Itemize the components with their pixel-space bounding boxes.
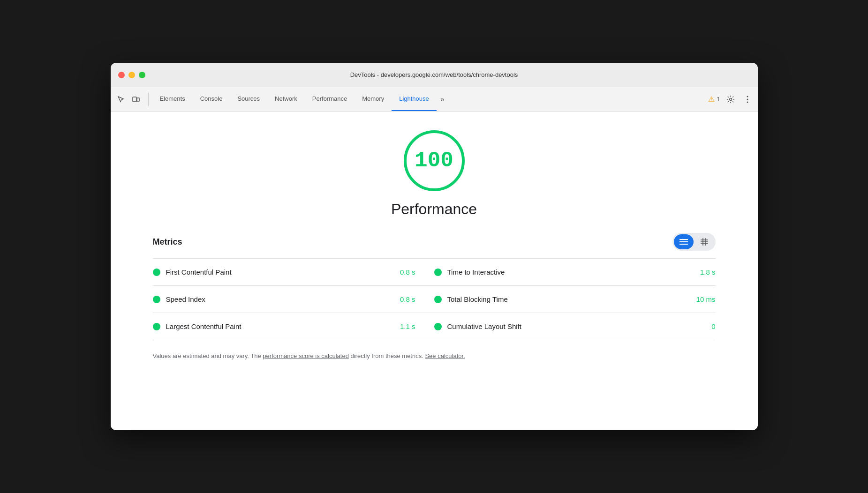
metrics-header: Metrics: [153, 233, 716, 251]
metric-tti-name: Time to Interactive: [447, 268, 687, 276]
metric-tbt-name: Total Blocking Time: [447, 295, 687, 303]
metric-tbt: Total Blocking Time 10 ms: [434, 295, 716, 303]
footer-text-middle: directly from these metrics.: [349, 352, 425, 359]
metric-tti-dot: [434, 269, 442, 276]
minimize-button[interactable]: [128, 72, 135, 78]
metric-cls-name: Cumulative Layout Shift: [447, 322, 687, 330]
metric-fcp-value: 0.8 s: [392, 268, 415, 276]
close-button[interactable]: [118, 72, 125, 78]
metric-si-value: 0.8 s: [392, 295, 415, 303]
calculator-link[interactable]: See calculator.: [425, 352, 465, 359]
maximize-button[interactable]: [139, 72, 145, 78]
more-tabs-button[interactable]: »: [437, 87, 448, 111]
metric-row-2: Speed Index 0.8 s Total Blocking Time 10…: [153, 286, 716, 313]
warning-badge[interactable]: ⚠ 1: [708, 95, 720, 104]
metric-cls: Cumulative Layout Shift 0: [434, 322, 716, 330]
metric-tti: Time to Interactive 1.8 s: [434, 268, 716, 276]
device-toolbar-icon[interactable]: [129, 93, 143, 106]
metric-row-3: Largest Contentful Paint 1.1 s Cumulativ…: [153, 313, 716, 340]
warning-count: 1: [717, 96, 720, 103]
titlebar: DevTools - developers.google.com/web/too…: [111, 63, 758, 87]
tabs-container: Elements Console Sources Network Perform…: [152, 87, 709, 111]
score-label: Performance: [391, 201, 477, 218]
list-view-button[interactable]: [674, 234, 694, 249]
metric-fcp: First Contentful Paint 0.8 s: [153, 268, 434, 276]
warning-icon: ⚠: [708, 95, 715, 104]
score-circle: 100: [404, 130, 465, 191]
toolbar-icons: [114, 93, 149, 106]
metrics-title: Metrics: [153, 237, 182, 247]
tab-console[interactable]: Console: [193, 87, 230, 111]
performance-score-link[interactable]: performance score is calculated: [263, 352, 349, 359]
devtools-toolbar: Elements Console Sources Network Perform…: [111, 87, 758, 112]
metrics-grid: First Contentful Paint 0.8 s Time to Int…: [153, 259, 716, 340]
traffic-lights: [118, 72, 145, 78]
metric-si: Speed Index 0.8 s: [153, 295, 434, 303]
score-value: 100: [415, 149, 453, 173]
view-toggle: [672, 233, 716, 251]
metric-lcp: Largest Contentful Paint 1.1 s: [153, 322, 434, 330]
metric-fcp-dot: [153, 269, 160, 276]
metric-cls-dot: [434, 323, 442, 330]
svg-rect-1: [137, 98, 139, 101]
footer-text: Values are estimated and may vary. The p…: [153, 351, 716, 361]
tab-performance[interactable]: Performance: [305, 87, 355, 111]
metrics-section: Metrics: [153, 233, 716, 361]
metric-lcp-value: 1.1 s: [392, 322, 415, 330]
score-section: 100 Performance: [139, 130, 730, 218]
metric-row-1: First Contentful Paint 0.8 s Time to Int…: [153, 259, 716, 286]
tab-network[interactable]: Network: [267, 87, 305, 111]
tab-sources[interactable]: Sources: [230, 87, 267, 111]
svg-point-4: [747, 98, 748, 100]
metric-tbt-value: 10 ms: [692, 295, 716, 303]
metric-si-dot: [153, 296, 160, 303]
svg-point-3: [747, 96, 748, 97]
metric-si-name: Speed Index: [166, 295, 386, 303]
grid-view-button[interactable]: [694, 234, 714, 249]
svg-point-2: [729, 98, 732, 100]
tab-memory[interactable]: Memory: [355, 87, 392, 111]
main-content: 100 Performance Metrics: [111, 112, 758, 430]
svg-point-5: [747, 101, 748, 103]
metric-cls-value: 0: [692, 322, 716, 330]
inspect-element-icon[interactable]: [114, 93, 128, 106]
metric-lcp-dot: [153, 323, 160, 330]
toolbar-right: ⚠ 1: [708, 93, 754, 106]
settings-icon[interactable]: [724, 93, 737, 106]
more-options-icon[interactable]: [741, 93, 754, 106]
metric-fcp-name: First Contentful Paint: [166, 268, 386, 276]
tab-lighthouse[interactable]: Lighthouse: [392, 87, 437, 111]
devtools-window: DevTools - developers.google.com/web/too…: [111, 63, 758, 430]
metric-tbt-dot: [434, 296, 442, 303]
tab-elements[interactable]: Elements: [152, 87, 193, 111]
svg-rect-0: [133, 97, 136, 102]
metric-tti-value: 1.8 s: [692, 268, 716, 276]
window-title: DevTools - developers.google.com/web/too…: [350, 71, 518, 78]
metric-lcp-name: Largest Contentful Paint: [166, 322, 386, 330]
footer-text-before: Values are estimated and may vary. The: [153, 352, 263, 359]
